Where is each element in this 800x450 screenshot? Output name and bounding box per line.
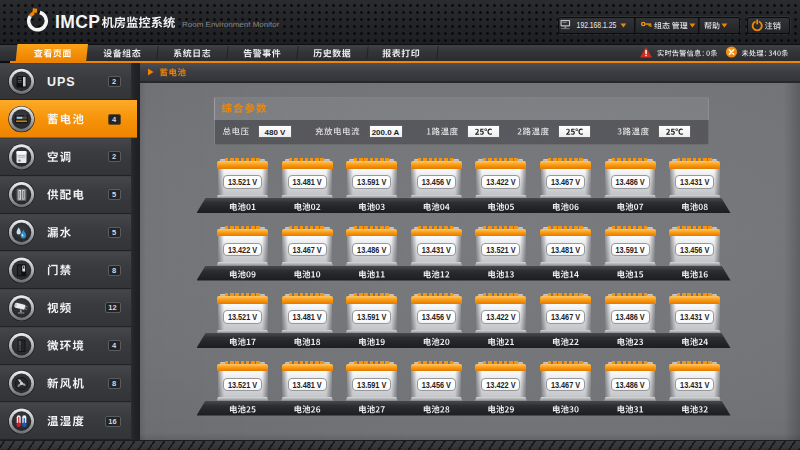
svg-text:13.591 V: 13.591 V xyxy=(615,245,645,255)
svg-text:13.521 V: 13.521 V xyxy=(228,178,258,188)
svg-text:13.521 V: 13.521 V xyxy=(228,313,258,323)
svg-text:13.591 V: 13.591 V xyxy=(357,380,387,390)
svg-text:13.481 V: 13.481 V xyxy=(292,178,322,188)
svg-text:13.422 V: 13.422 V xyxy=(228,245,258,255)
svg-text:13.431 V: 13.431 V xyxy=(680,178,710,188)
svg-text:13.456 V: 13.456 V xyxy=(422,380,452,390)
svg-text:13.467 V: 13.467 V xyxy=(292,245,322,255)
svg-text:Room Environment Monitor: Room Environment Monitor xyxy=(182,20,280,29)
svg-text:13.456 V: 13.456 V xyxy=(422,313,452,323)
svg-text:13.456 V: 13.456 V xyxy=(422,178,452,188)
svg-text:IMCP: IMCP xyxy=(55,12,100,32)
svg-text:13.422 V: 13.422 V xyxy=(486,380,516,390)
svg-text:13.431 V: 13.431 V xyxy=(680,380,710,390)
svg-text:13.486 V: 13.486 V xyxy=(615,178,645,188)
svg-text:UPS: UPS xyxy=(47,75,76,89)
svg-text:13.486 V: 13.486 V xyxy=(357,245,387,255)
svg-text:13.431 V: 13.431 V xyxy=(422,245,452,255)
svg-text:200.0 A: 200.0 A xyxy=(372,128,400,137)
svg-text:13.456 V: 13.456 V xyxy=(680,245,710,255)
svg-text:13.467 V: 13.467 V xyxy=(551,380,581,390)
svg-text:13.486 V: 13.486 V xyxy=(615,313,645,323)
svg-text:13.486 V: 13.486 V xyxy=(615,380,645,390)
svg-text:480 V: 480 V xyxy=(265,128,287,137)
svg-text:13.422 V: 13.422 V xyxy=(486,178,516,188)
svg-text:13.481 V: 13.481 V xyxy=(551,245,581,255)
svg-text:13.521 V: 13.521 V xyxy=(228,380,258,390)
svg-text:13.431 V: 13.431 V xyxy=(680,313,710,323)
svg-text:13.481 V: 13.481 V xyxy=(292,313,322,323)
svg-text:13.591 V: 13.591 V xyxy=(357,313,387,323)
svg-text:13.467 V: 13.467 V xyxy=(551,178,581,188)
svg-text:13.467 V: 13.467 V xyxy=(551,313,581,323)
svg-text:13.481 V: 13.481 V xyxy=(292,380,322,390)
svg-text:13.591 V: 13.591 V xyxy=(357,178,387,188)
svg-text:13.422 V: 13.422 V xyxy=(486,313,516,323)
svg-text:13.521 V: 13.521 V xyxy=(486,245,516,255)
svg-text:192.168.1.25: 192.168.1.25 xyxy=(577,20,617,30)
